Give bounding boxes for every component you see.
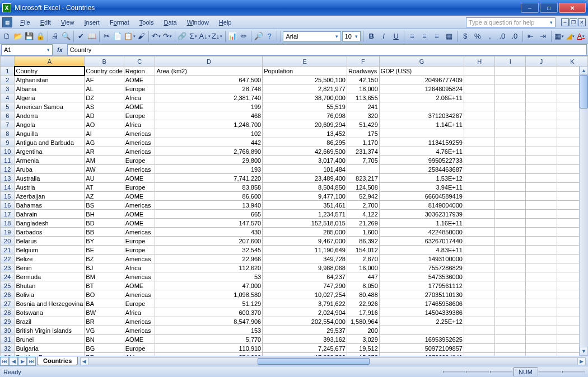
cell-B19[interactable]: BB	[85, 228, 124, 237]
italic-button[interactable]: I	[378, 31, 389, 42]
cell-J7[interactable]	[526, 120, 557, 129]
cell-F2[interactable]: 42,150	[347, 76, 379, 84]
cell-D24[interactable]: 53	[155, 272, 263, 281]
row-header-14[interactable]: 14	[1, 183, 15, 192]
cell-E8[interactable]: 13,452	[263, 129, 347, 138]
cell-F11[interactable]: 7,705	[347, 156, 379, 165]
copy-button[interactable]: 📄	[113, 31, 123, 42]
column-header-G[interactable]: G	[379, 56, 464, 67]
cell-G21[interactable]: 4.83E+11	[379, 246, 464, 255]
cell-J25[interactable]	[526, 281, 557, 290]
cell-I32[interactable]	[495, 344, 526, 353]
cell-F13[interactable]: 823,217	[347, 174, 379, 183]
cell-E30[interactable]: 29,537	[263, 326, 347, 335]
cell-G26[interactable]: 27035110130	[379, 290, 464, 299]
cell-B15[interactable]: AZ	[85, 192, 124, 201]
cell-J27[interactable]	[526, 299, 557, 308]
cell-B18[interactable]: BD	[85, 219, 124, 228]
row-header-10[interactable]: 10	[1, 147, 15, 156]
scroll-right-button[interactable]: ▶	[577, 358, 585, 365]
column-header-K[interactable]: K	[557, 56, 587, 67]
cell-D18[interactable]: 147,570	[155, 219, 263, 228]
cell-I24[interactable]	[495, 272, 526, 281]
cell-I31[interactable]	[495, 335, 526, 344]
cell-I33[interactable]	[495, 353, 526, 356]
cell-B20[interactable]: BY	[85, 237, 124, 246]
cell-J6[interactable]	[526, 111, 557, 120]
help-button[interactable]: ?	[265, 31, 274, 42]
zoom-button[interactable]: 🔎	[254, 31, 264, 42]
cell-E24[interactable]: 64,237	[263, 272, 347, 281]
cell-J24[interactable]	[526, 272, 557, 281]
row-header-33[interactable]: 33	[1, 353, 15, 356]
cell-D27[interactable]: 51,129	[155, 299, 263, 308]
cell-D14[interactable]: 83,858	[155, 183, 263, 192]
cell-I19[interactable]	[495, 228, 526, 237]
row-header-16[interactable]: 16	[1, 201, 15, 210]
cell-H11[interactable]	[464, 156, 494, 165]
cell-J18[interactable]	[526, 219, 557, 228]
cell-I6[interactable]	[495, 111, 526, 120]
cell-E11[interactable]: 3,017,400	[263, 156, 347, 165]
cell-A17[interactable]: Bahrain	[15, 210, 85, 219]
menu-data[interactable]: Data	[159, 18, 181, 27]
cell-J19[interactable]	[526, 228, 557, 237]
cell-G17[interactable]: 30362317939	[379, 210, 464, 219]
cell-F28[interactable]: 17,916	[347, 308, 379, 317]
scroll-left-button[interactable]: ◀	[81, 358, 88, 365]
column-header-A[interactable]: A	[15, 56, 85, 67]
cell-F16[interactable]: 2,700	[347, 201, 379, 210]
cell-J12[interactable]	[526, 165, 557, 174]
column-header-B[interactable]: B	[85, 56, 124, 67]
cell-F14[interactable]: 124,508	[347, 183, 379, 192]
spelling-button[interactable]: ✔	[76, 31, 86, 42]
align-left-button[interactable]: ≡	[407, 31, 418, 42]
cell-A1[interactable]: Country	[15, 67, 85, 76]
cell-H26[interactable]	[464, 290, 494, 299]
cell-J14[interactable]	[526, 183, 557, 192]
column-header-H[interactable]: H	[464, 56, 494, 67]
cell-D8[interactable]: 102	[155, 129, 263, 138]
cell-I13[interactable]	[495, 174, 526, 183]
cell-D10[interactable]: 2,766,890	[155, 147, 263, 156]
cell-H12[interactable]	[464, 165, 494, 174]
cell-C17[interactable]: AOME	[124, 210, 155, 219]
cell-B10[interactable]: AR	[85, 147, 124, 156]
row-header-2[interactable]: 2	[1, 76, 15, 84]
cell-E22[interactable]: 349,728	[263, 255, 347, 263]
cell-H10[interactable]	[464, 147, 494, 156]
cell-B22[interactable]: BZ	[85, 255, 124, 263]
cell-G14[interactable]: 3.94E+11	[379, 183, 464, 192]
cell-E29[interactable]: 202,554,000	[263, 317, 347, 326]
cell-B11[interactable]: AM	[85, 156, 124, 165]
align-right-button[interactable]: ≡	[431, 31, 442, 42]
cell-I14[interactable]	[495, 183, 526, 192]
cell-F3[interactable]: 18,000	[347, 84, 379, 93]
cell-J8[interactable]	[526, 129, 557, 138]
cell-D5[interactable]: 199	[155, 102, 263, 111]
cell-D19[interactable]: 430	[155, 228, 263, 237]
menu-tools[interactable]: Tools	[135, 18, 158, 27]
cell-I20[interactable]	[495, 237, 526, 246]
cell-D6[interactable]: 468	[155, 111, 263, 120]
cell-A16[interactable]: Bahamas	[15, 201, 85, 210]
row-header-17[interactable]: 17	[1, 210, 15, 219]
cell-E32[interactable]: 7,245,677	[263, 344, 347, 353]
cell-H1[interactable]	[464, 67, 494, 76]
cell-J5[interactable]	[526, 102, 557, 111]
cell-I29[interactable]	[495, 317, 526, 326]
cell-D25[interactable]: 47,000	[155, 281, 263, 290]
cell-A12[interactable]: Aruba	[15, 165, 85, 174]
cell-C24[interactable]: Americas	[124, 272, 155, 281]
cell-F22[interactable]: 2,870	[347, 255, 379, 263]
cell-I3[interactable]	[495, 84, 526, 93]
cell-C26[interactable]: Americas	[124, 290, 155, 299]
cell-B27[interactable]: BA	[85, 299, 124, 308]
cell-H24[interactable]	[464, 272, 494, 281]
cell-E7[interactable]: 20,609,294	[263, 120, 347, 129]
cell-J15[interactable]	[526, 192, 557, 201]
cell-H18[interactable]	[464, 219, 494, 228]
cell-E23[interactable]: 9,988,068	[263, 263, 347, 272]
cell-I15[interactable]	[495, 192, 526, 201]
cell-B13[interactable]: AU	[85, 174, 124, 183]
